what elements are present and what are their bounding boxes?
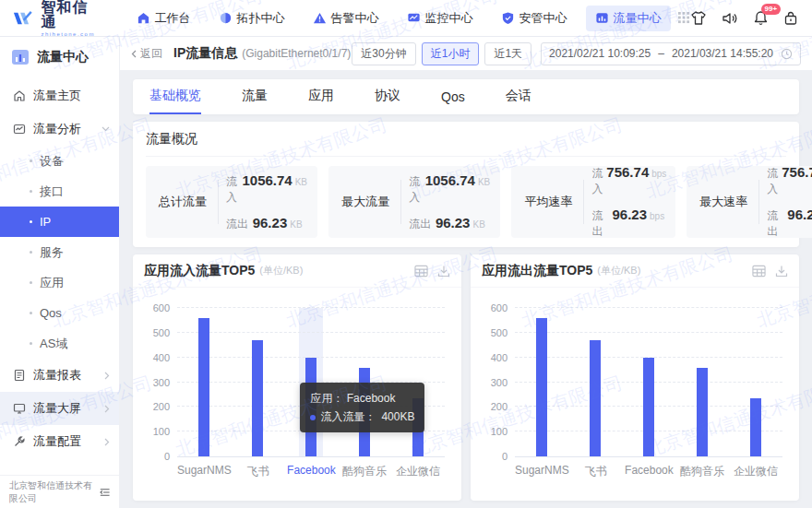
bar-飞书[interactable] bbox=[252, 340, 263, 456]
category-label[interactable]: 酷狗音乐 bbox=[338, 464, 391, 479]
category-label[interactable]: 企业微信 bbox=[391, 464, 445, 479]
date-range-picker[interactable]: 2021/02/21 10:09:25 – 2021/03/21 14:55:2… bbox=[541, 42, 801, 65]
sidebar-footer: 北京智和信通技术有限公司 bbox=[0, 475, 119, 508]
tab-application[interactable]: 应用 bbox=[308, 88, 334, 114]
sidebar-item-traffic-config[interactable]: 流量配置 bbox=[0, 425, 119, 458]
inbound-chart-categories: SugarNMS飞书Facebook酷狗音乐企业微信 bbox=[177, 464, 445, 479]
company-name: 北京智和信通技术有限公司 bbox=[9, 479, 100, 505]
y-axis-label: 300 bbox=[476, 377, 508, 388]
stat-key: 流出 bbox=[591, 208, 612, 240]
chevron-left-icon bbox=[131, 50, 137, 58]
tab-traffic[interactable]: 流量 bbox=[242, 88, 268, 114]
stat-unit: KB bbox=[290, 219, 308, 230]
tab-basic-overview[interactable]: 基础概览 bbox=[149, 88, 201, 114]
subitem-label: 服务 bbox=[40, 244, 64, 261]
sidebar-subitem-ip[interactable]: IP bbox=[0, 207, 119, 237]
y-axis-label: 300 bbox=[138, 377, 170, 388]
stat-unit: KB bbox=[295, 177, 309, 187]
sidebar-item-traffic-bigscreen[interactable]: 流量大屏 bbox=[0, 392, 119, 425]
y-axis-label: 600 bbox=[138, 302, 170, 313]
traffic-overview-panel: 流量概况 总计流量 流入1056.74KB 流出96.23KB 最大流量 bbox=[133, 122, 799, 247]
nav-item-traffic[interactable]: 流量中心 bbox=[586, 6, 671, 31]
notifications-bell-icon[interactable]: 99+ bbox=[753, 10, 769, 26]
bar-SugarNMS[interactable] bbox=[536, 318, 547, 456]
table-view-icon[interactable] bbox=[752, 265, 766, 278]
lock-screen-icon[interactable] bbox=[783, 10, 798, 26]
bar-飞书[interactable] bbox=[590, 340, 601, 456]
stat-label: 平均速率 bbox=[520, 194, 576, 210]
category-label[interactable]: 飞书 bbox=[569, 464, 623, 479]
stat-label: 最大速率 bbox=[696, 194, 751, 210]
sidebar: 流量中心 流量主页 流量分析 设备 接口 IP 服务 bbox=[0, 37, 120, 508]
category-label[interactable]: 飞书 bbox=[232, 464, 285, 479]
stat-cards: 总计流量 流入1056.74KB 流出96.23KB 最大流量 流入105 bbox=[146, 166, 786, 238]
stat-key: 流入 bbox=[767, 166, 782, 197]
y-axis-label: 200 bbox=[138, 401, 170, 412]
stat-unit: KB bbox=[478, 177, 492, 187]
sidebar-item-traffic-report[interactable]: 流量报表 bbox=[0, 359, 119, 392]
apps-grid-icon[interactable] bbox=[678, 12, 690, 24]
tooltip-label: 流入流量： bbox=[320, 410, 376, 423]
nav-label: 告警中心 bbox=[331, 10, 379, 27]
nav-item-security[interactable]: 安管中心 bbox=[492, 6, 577, 31]
nav-item-monitor[interactable]: 监控中心 bbox=[398, 6, 483, 31]
bar-slot bbox=[177, 308, 231, 456]
shield-icon bbox=[501, 11, 515, 25]
bar-酷狗音乐[interactable] bbox=[697, 368, 708, 456]
time-range-1day-button[interactable]: 近1天 bbox=[484, 42, 531, 65]
stat-value: 756.74 bbox=[782, 164, 812, 180]
category-label[interactable]: 酷狗音乐 bbox=[675, 464, 729, 479]
collapse-sidebar-icon[interactable] bbox=[100, 487, 110, 498]
tooltip-marker-dot bbox=[310, 415, 316, 420]
theme-skin-icon[interactable] bbox=[690, 10, 707, 26]
stat-value: 96.23 bbox=[612, 207, 647, 222]
tab-session[interactable]: 会话 bbox=[506, 88, 531, 114]
wrench-icon bbox=[13, 435, 26, 448]
bar-企业微信[interactable] bbox=[750, 398, 761, 456]
outbound-top5-chart-card: 应用流出流量TOP5 (单位/KB) 0100200300400500600 S… bbox=[471, 254, 799, 501]
category-label[interactable]: SugarNMS bbox=[177, 464, 232, 479]
traffic-center-icon bbox=[11, 48, 30, 66]
app-window: 智和信通 zhihetone.com 工作台 拓扑中心 告警中心 监控中心 bbox=[0, 0, 812, 508]
download-icon[interactable] bbox=[437, 265, 450, 278]
category-label[interactable]: Facebook bbox=[623, 464, 676, 479]
sidebar-header: 流量中心 bbox=[0, 37, 119, 79]
subitem-label: 接口 bbox=[40, 183, 64, 200]
announcement-speaker-icon[interactable] bbox=[722, 11, 738, 26]
sidebar-subitem-application[interactable]: 应用 bbox=[0, 267, 119, 298]
notification-count-badge: 99+ bbox=[761, 4, 782, 15]
y-axis-label: 100 bbox=[138, 426, 170, 437]
inbound-top5-chart-card: 应用流入流量TOP5 (单位/KB) 应用： Facebook 流入流量：400… bbox=[133, 254, 461, 501]
time-range-30min-button[interactable]: 近30分钟 bbox=[352, 42, 415, 65]
sidebar-subitem-as[interactable]: AS域 bbox=[0, 328, 119, 359]
sidebar-subitem-qos[interactable]: Qos bbox=[0, 298, 119, 328]
sidebar-item-traffic-analysis[interactable]: 流量分析 bbox=[0, 112, 119, 146]
gridline bbox=[177, 332, 445, 333]
nav-item-topology[interactable]: 拓扑中心 bbox=[209, 6, 294, 31]
tab-protocol[interactable]: 协议 bbox=[375, 88, 400, 114]
bar-Facebook[interactable] bbox=[643, 358, 654, 456]
chart-header: 应用流入流量TOP5 (单位/KB) bbox=[133, 254, 461, 288]
nav-item-alarm[interactable]: 告警中心 bbox=[304, 6, 388, 31]
chevron-right-icon bbox=[104, 438, 110, 446]
analysis-icon bbox=[13, 123, 26, 136]
category-label[interactable]: 企业微信 bbox=[729, 464, 782, 479]
sidebar-subitem-device[interactable]: 设备 bbox=[0, 146, 119, 176]
tab-qos[interactable]: Qos bbox=[441, 89, 465, 114]
download-icon[interactable] bbox=[775, 265, 788, 278]
category-label[interactable]: Facebook bbox=[285, 464, 339, 479]
table-view-icon[interactable] bbox=[414, 265, 428, 278]
y-axis-label: 100 bbox=[476, 426, 508, 437]
back-button[interactable]: 返回 bbox=[131, 46, 162, 62]
brand-logo[interactable]: 智和信通 zhihetone.com bbox=[13, 0, 98, 37]
sidebar-subitem-interface[interactable]: 接口 bbox=[0, 176, 119, 207]
nav-item-workbench[interactable]: 工作台 bbox=[127, 6, 200, 31]
date-separator: – bbox=[658, 47, 664, 60]
home-icon bbox=[137, 11, 150, 25]
page-subtitle: (GigabitEthernet0/1/7) bbox=[242, 47, 351, 60]
category-label[interactable]: SugarNMS bbox=[515, 464, 569, 479]
bar-SugarNMS[interactable] bbox=[198, 318, 209, 456]
sidebar-item-traffic-home[interactable]: 流量主页 bbox=[0, 79, 119, 112]
sidebar-subitem-service[interactable]: 服务 bbox=[0, 237, 119, 267]
time-range-1hour-button[interactable]: 近1小时 bbox=[422, 42, 480, 65]
